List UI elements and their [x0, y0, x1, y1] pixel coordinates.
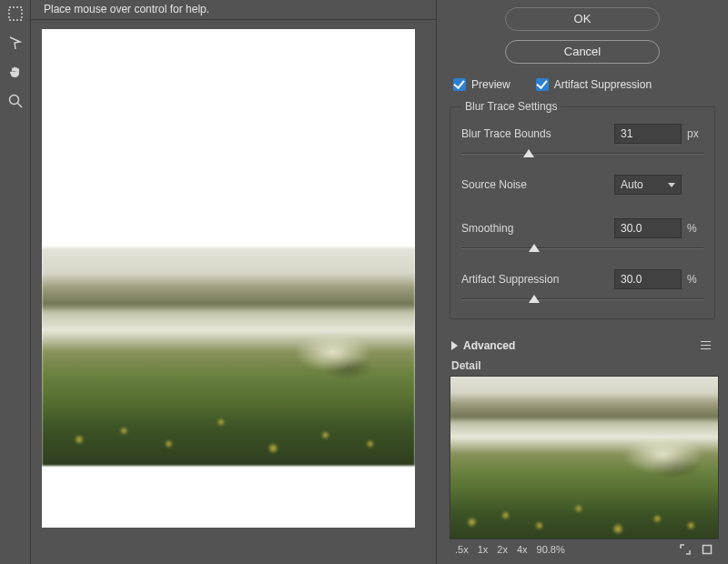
- lasso-tool-icon[interactable]: [4, 33, 27, 53]
- marquee-tool-icon[interactable]: [4, 4, 27, 24]
- slider-thumb[interactable]: [529, 244, 540, 252]
- smoothing-input[interactable]: [614, 218, 682, 238]
- preview-checkbox-input[interactable]: [453, 78, 466, 91]
- smoothing-slider[interactable]: [461, 242, 703, 255]
- settings-panel: OK Cancel Preview Artifact Suppression B…: [437, 0, 728, 564]
- cancel-button[interactable]: Cancel: [505, 40, 660, 64]
- blur-trace-settings-group: Blur Trace Settings Blur Trace Bounds px…: [450, 100, 715, 319]
- advanced-label: Advanced: [463, 339, 515, 352]
- chevron-down-icon: [668, 183, 675, 187]
- artifact-suppression-checkbox[interactable]: Artifact Suppression: [536, 78, 652, 91]
- hand-tool-icon[interactable]: [4, 62, 27, 82]
- help-hint: Place mouse over control for help.: [31, 0, 436, 20]
- svg-line-2: [17, 104, 22, 108]
- artifact-suppression-label: Artifact Suppression: [461, 273, 614, 286]
- svg-point-1: [9, 96, 18, 105]
- source-noise-select[interactable]: Auto: [614, 175, 682, 195]
- disclosure-triangle-icon: [451, 341, 458, 350]
- artifact-suppression-slider[interactable]: [461, 293, 703, 306]
- artifact-suppression-checkbox-input[interactable]: [536, 78, 549, 91]
- blur-trace-bounds-input[interactable]: [614, 124, 682, 144]
- preview-image: [42, 247, 415, 466]
- smoothing-unit: %: [682, 222, 703, 235]
- svg-rect-0: [9, 7, 22, 20]
- blur-trace-bounds-unit: px: [682, 127, 703, 140]
- group-title: Blur Trace Settings: [461, 100, 561, 113]
- svg-rect-3: [703, 546, 712, 554]
- zoom-level-2[interactable]: 2x: [497, 544, 508, 555]
- flyout-menu-icon[interactable]: [701, 341, 713, 350]
- blur-trace-bounds-label: Blur Trace Bounds: [461, 127, 614, 140]
- source-noise-label: Source Noise: [461, 178, 614, 191]
- preview-checkbox-label: Preview: [471, 78, 511, 91]
- detail-section-label: Detail: [451, 359, 715, 372]
- preview-viewport[interactable]: [31, 20, 436, 564]
- advanced-section-toggle[interactable]: Advanced: [450, 337, 715, 354]
- slider-thumb[interactable]: [529, 295, 540, 303]
- tool-strip: [0, 0, 31, 564]
- zoom-level-1[interactable]: 1x: [478, 544, 489, 555]
- artifact-suppression-checkbox-label: Artifact Suppression: [554, 78, 652, 91]
- blur-trace-bounds-slider[interactable]: [461, 147, 703, 160]
- reset-region-icon[interactable]: [701, 543, 713, 556]
- document-canvas: [42, 29, 415, 528]
- preview-checkbox[interactable]: Preview: [453, 78, 511, 91]
- artifact-suppression-input[interactable]: [614, 269, 682, 289]
- zoom-level-3[interactable]: 4x: [517, 544, 528, 555]
- slider-thumb[interactable]: [523, 149, 534, 157]
- zoom-level-0[interactable]: .5x: [455, 544, 469, 555]
- detail-preview[interactable]: [450, 376, 719, 539]
- main-area: Place mouse over control for help.: [31, 0, 437, 564]
- ok-button[interactable]: OK: [505, 7, 660, 31]
- smoothing-label: Smoothing: [461, 222, 614, 235]
- expand-icon[interactable]: [679, 543, 692, 556]
- detail-zoom-row: .5x 1x 2x 4x 90.8%: [450, 539, 715, 556]
- zoom-tool-icon[interactable]: [4, 91, 27, 111]
- source-noise-value: Auto: [621, 178, 643, 191]
- artifact-suppression-unit: %: [682, 273, 703, 286]
- zoom-value: 90.8%: [537, 544, 565, 555]
